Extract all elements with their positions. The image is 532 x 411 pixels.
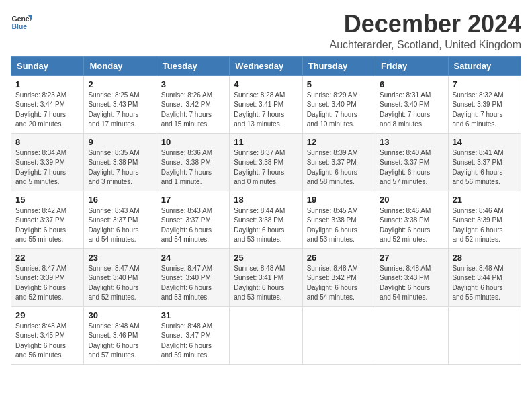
day-info: Sunrise: 8:40 AM Sunset: 3:37 PM Dayligh… bbox=[380, 148, 443, 187]
day-header-sunday: Sunday bbox=[11, 56, 84, 75]
day-number: 23 bbox=[88, 253, 152, 263]
day-number: 31 bbox=[161, 310, 225, 320]
page-header: General Blue December 2024 Auchterarder,… bbox=[11, 11, 521, 51]
day-info: Sunrise: 8:47 AM Sunset: 3:39 PM Dayligh… bbox=[15, 264, 79, 303]
day-number: 14 bbox=[453, 137, 517, 147]
day-cell-15: 15Sunrise: 8:42 AM Sunset: 3:37 PM Dayli… bbox=[11, 191, 84, 248]
empty-cell bbox=[375, 306, 448, 364]
day-number: 5 bbox=[307, 79, 371, 89]
day-number: 11 bbox=[234, 137, 298, 147]
day-cell-31: 31Sunrise: 8:48 AM Sunset: 3:47 PM Dayli… bbox=[157, 306, 229, 364]
day-cell-11: 11Sunrise: 8:37 AM Sunset: 3:38 PM Dayli… bbox=[230, 133, 302, 191]
week-row-2: 8Sunrise: 8:34 AM Sunset: 3:39 PM Daylig… bbox=[11, 133, 521, 191]
day-cell-2: 2Sunrise: 8:25 AM Sunset: 3:43 PM Daylig… bbox=[84, 75, 157, 133]
day-info: Sunrise: 8:48 AM Sunset: 3:43 PM Dayligh… bbox=[380, 264, 443, 303]
day-info: Sunrise: 8:39 AM Sunset: 3:37 PM Dayligh… bbox=[307, 148, 371, 187]
day-cell-7: 7Sunrise: 8:32 AM Sunset: 3:39 PM Daylig… bbox=[448, 75, 521, 133]
day-header-thursday: Thursday bbox=[302, 56, 375, 75]
day-number: 25 bbox=[234, 253, 298, 263]
day-info: Sunrise: 8:48 AM Sunset: 3:41 PM Dayligh… bbox=[234, 264, 298, 303]
day-info: Sunrise: 8:46 AM Sunset: 3:39 PM Dayligh… bbox=[453, 206, 517, 245]
day-header-tuesday: Tuesday bbox=[157, 56, 229, 75]
day-number: 19 bbox=[307, 195, 371, 205]
day-info: Sunrise: 8:42 AM Sunset: 3:37 PM Dayligh… bbox=[15, 206, 79, 245]
day-cell-24: 24Sunrise: 8:47 AM Sunset: 3:40 PM Dayli… bbox=[157, 248, 229, 306]
logo-icon: General Blue bbox=[11, 11, 32, 32]
day-info: Sunrise: 8:48 AM Sunset: 3:46 PM Dayligh… bbox=[88, 322, 152, 361]
day-info: Sunrise: 8:46 AM Sunset: 3:38 PM Dayligh… bbox=[380, 206, 443, 245]
svg-text:Blue: Blue bbox=[12, 23, 28, 30]
day-cell-16: 16Sunrise: 8:43 AM Sunset: 3:37 PM Dayli… bbox=[84, 191, 157, 248]
day-cell-12: 12Sunrise: 8:39 AM Sunset: 3:37 PM Dayli… bbox=[302, 133, 375, 191]
day-cell-27: 27Sunrise: 8:48 AM Sunset: 3:43 PM Dayli… bbox=[375, 248, 448, 306]
day-number: 22 bbox=[15, 253, 79, 263]
day-cell-25: 25Sunrise: 8:48 AM Sunset: 3:41 PM Dayli… bbox=[230, 248, 302, 306]
day-cell-17: 17Sunrise: 8:43 AM Sunset: 3:37 PM Dayli… bbox=[157, 191, 229, 248]
day-info: Sunrise: 8:23 AM Sunset: 3:44 PM Dayligh… bbox=[15, 91, 79, 130]
day-cell-26: 26Sunrise: 8:48 AM Sunset: 3:42 PM Dayli… bbox=[302, 248, 375, 306]
day-info: Sunrise: 8:31 AM Sunset: 3:40 PM Dayligh… bbox=[380, 91, 443, 130]
day-number: 2 bbox=[88, 79, 152, 89]
day-info: Sunrise: 8:48 AM Sunset: 3:44 PM Dayligh… bbox=[453, 264, 517, 303]
day-cell-9: 9Sunrise: 8:35 AM Sunset: 3:38 PM Daylig… bbox=[84, 133, 157, 191]
day-info: Sunrise: 8:34 AM Sunset: 3:39 PM Dayligh… bbox=[15, 148, 79, 187]
day-info: Sunrise: 8:43 AM Sunset: 3:37 PM Dayligh… bbox=[88, 206, 152, 245]
day-cell-29: 29Sunrise: 8:48 AM Sunset: 3:45 PM Dayli… bbox=[11, 306, 84, 364]
day-number: 3 bbox=[161, 79, 225, 89]
day-number: 8 bbox=[15, 137, 79, 147]
day-number: 20 bbox=[380, 195, 443, 205]
day-number: 28 bbox=[453, 253, 517, 263]
day-cell-22: 22Sunrise: 8:47 AM Sunset: 3:39 PM Dayli… bbox=[11, 248, 84, 306]
empty-cell bbox=[302, 306, 375, 364]
empty-cell bbox=[230, 306, 302, 364]
calendar-header-row: SundayMondayTuesdayWednesdayThursdayFrid… bbox=[11, 56, 521, 75]
day-cell-19: 19Sunrise: 8:45 AM Sunset: 3:38 PM Dayli… bbox=[302, 191, 375, 248]
day-cell-18: 18Sunrise: 8:44 AM Sunset: 3:38 PM Dayli… bbox=[230, 191, 302, 248]
day-cell-28: 28Sunrise: 8:48 AM Sunset: 3:44 PM Dayli… bbox=[448, 248, 521, 306]
main-title: December 2024 bbox=[330, 11, 522, 38]
day-info: Sunrise: 8:48 AM Sunset: 3:45 PM Dayligh… bbox=[15, 322, 79, 361]
logo: General Blue bbox=[11, 11, 32, 32]
calendar-table: SundayMondayTuesdayWednesdayThursdayFrid… bbox=[11, 56, 521, 365]
empty-cell bbox=[448, 306, 521, 364]
day-number: 9 bbox=[88, 137, 152, 147]
subtitle: Auchterarder, Scotland, United Kingdom bbox=[330, 39, 522, 51]
day-info: Sunrise: 8:45 AM Sunset: 3:38 PM Dayligh… bbox=[307, 206, 371, 245]
day-header-wednesday: Wednesday bbox=[230, 56, 302, 75]
title-block: December 2024 Auchterarder, Scotland, Un… bbox=[330, 11, 522, 51]
day-cell-4: 4Sunrise: 8:28 AM Sunset: 3:41 PM Daylig… bbox=[230, 75, 302, 133]
day-cell-30: 30Sunrise: 8:48 AM Sunset: 3:46 PM Dayli… bbox=[84, 306, 157, 364]
day-number: 4 bbox=[234, 79, 298, 89]
day-number: 21 bbox=[453, 195, 517, 205]
day-info: Sunrise: 8:41 AM Sunset: 3:37 PM Dayligh… bbox=[453, 148, 517, 187]
week-row-1: 1Sunrise: 8:23 AM Sunset: 3:44 PM Daylig… bbox=[11, 75, 521, 133]
day-cell-8: 8Sunrise: 8:34 AM Sunset: 3:39 PM Daylig… bbox=[11, 133, 84, 191]
week-row-5: 29Sunrise: 8:48 AM Sunset: 3:45 PM Dayli… bbox=[11, 306, 521, 364]
week-row-3: 15Sunrise: 8:42 AM Sunset: 3:37 PM Dayli… bbox=[11, 191, 521, 248]
day-info: Sunrise: 8:47 AM Sunset: 3:40 PM Dayligh… bbox=[88, 264, 152, 303]
day-number: 13 bbox=[380, 137, 443, 147]
day-info: Sunrise: 8:35 AM Sunset: 3:38 PM Dayligh… bbox=[88, 148, 152, 187]
day-number: 6 bbox=[380, 79, 443, 89]
day-info: Sunrise: 8:48 AM Sunset: 3:42 PM Dayligh… bbox=[307, 264, 371, 303]
day-cell-20: 20Sunrise: 8:46 AM Sunset: 3:38 PM Dayli… bbox=[375, 191, 448, 248]
day-number: 29 bbox=[15, 310, 79, 320]
day-info: Sunrise: 8:47 AM Sunset: 3:40 PM Dayligh… bbox=[161, 264, 225, 303]
day-number: 27 bbox=[380, 253, 443, 263]
day-info: Sunrise: 8:29 AM Sunset: 3:40 PM Dayligh… bbox=[307, 91, 371, 130]
day-info: Sunrise: 8:48 AM Sunset: 3:47 PM Dayligh… bbox=[161, 322, 225, 361]
day-number: 1 bbox=[15, 79, 79, 89]
day-info: Sunrise: 8:26 AM Sunset: 3:42 PM Dayligh… bbox=[161, 91, 225, 130]
day-header-saturday: Saturday bbox=[448, 56, 521, 75]
day-cell-21: 21Sunrise: 8:46 AM Sunset: 3:39 PM Dayli… bbox=[448, 191, 521, 248]
day-cell-14: 14Sunrise: 8:41 AM Sunset: 3:37 PM Dayli… bbox=[448, 133, 521, 191]
day-cell-13: 13Sunrise: 8:40 AM Sunset: 3:37 PM Dayli… bbox=[375, 133, 448, 191]
day-header-monday: Monday bbox=[84, 56, 157, 75]
day-header-friday: Friday bbox=[375, 56, 448, 75]
day-info: Sunrise: 8:43 AM Sunset: 3:37 PM Dayligh… bbox=[161, 206, 225, 245]
day-number: 26 bbox=[307, 253, 371, 263]
day-number: 30 bbox=[88, 310, 152, 320]
day-cell-6: 6Sunrise: 8:31 AM Sunset: 3:40 PM Daylig… bbox=[375, 75, 448, 133]
day-number: 10 bbox=[161, 137, 225, 147]
day-info: Sunrise: 8:32 AM Sunset: 3:39 PM Dayligh… bbox=[453, 91, 517, 130]
